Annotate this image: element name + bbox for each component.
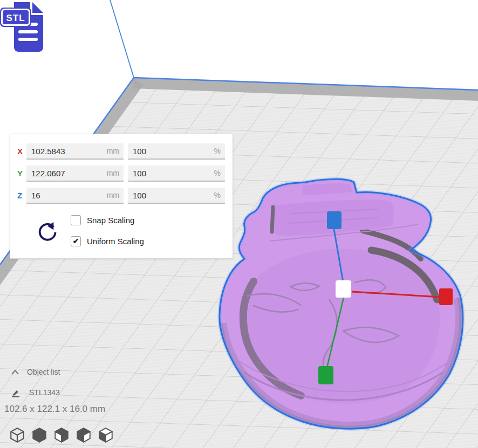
build-volume-vertical-edge	[110, 0, 134, 78]
z-percent-field: %	[128, 188, 225, 204]
view-front-icon	[31, 426, 47, 443]
z-percent-input[interactable]	[128, 188, 225, 203]
y-percent-input[interactable]	[128, 166, 225, 181]
camera-view-toolbar	[9, 426, 114, 443]
view-front-button[interactable]	[31, 426, 47, 443]
view-3d-icon	[9, 426, 25, 443]
snap-scaling-checkbox[interactable]	[71, 215, 81, 225]
z-size-field: mm	[26, 188, 124, 204]
uniform-scaling-label: Uniform Scaling	[87, 237, 144, 246]
scale-row-z: Z mm %	[10, 188, 233, 204]
uniform-scaling-row: ✔ Uniform Scaling	[71, 236, 144, 246]
pencil-icon	[11, 388, 22, 397]
y-axis-label: Y	[17, 169, 27, 178]
view-3d-button[interactable]	[9, 426, 25, 443]
object-list-label: Object list	[27, 368, 60, 376]
scale-handle-z[interactable]	[327, 211, 342, 229]
stl-file-icon[interactable]: STL	[0, 1, 50, 55]
scale-handle-y[interactable]	[318, 366, 333, 384]
x-percent-field: %	[128, 143, 225, 160]
application-window: STL X mm % Y mm % Z	[0, 0, 478, 448]
view-left-button[interactable]	[76, 426, 92, 443]
stl-badge-label: STL	[6, 13, 25, 23]
x-axis-label: X	[17, 147, 27, 156]
chevron-up-icon	[11, 369, 19, 375]
view-top-icon	[53, 426, 70, 443]
reset-scale-button[interactable]	[36, 220, 58, 244]
scale-handle-center[interactable]	[336, 280, 351, 298]
scale-row-x: X mm %	[10, 143, 233, 160]
snap-scaling-label: Snap Scaling	[87, 216, 134, 225]
object-list-item[interactable]: STL1343	[11, 388, 60, 397]
z-axis-label: Z	[17, 191, 27, 200]
x-percent-input[interactable]	[128, 143, 225, 158]
reset-arrow-icon	[36, 220, 58, 244]
x-size-field: mm	[26, 143, 124, 160]
y-size-field: mm	[26, 166, 124, 182]
y-size-input[interactable]	[26, 166, 124, 181]
uniform-scaling-checkbox[interactable]: ✔	[71, 236, 81, 246]
view-left-icon	[76, 426, 92, 443]
model-dimensions-label: 102.6 x 122.1 x 16.0 mm	[4, 404, 105, 415]
neck-recess-shadow	[272, 207, 273, 232]
object-list-header[interactable]: Object list	[11, 368, 60, 376]
view-top-button[interactable]	[53, 426, 70, 443]
scale-tool-panel: X mm % Y mm % Z mm	[10, 134, 233, 259]
y-percent-field: %	[128, 166, 225, 182]
scale-row-y: Y mm %	[10, 166, 233, 182]
snap-scaling-row: Snap Scaling	[71, 215, 134, 225]
scale-handle-x[interactable]	[439, 288, 453, 305]
view-right-icon	[98, 426, 114, 443]
folded-corner-icon	[32, 2, 43, 13]
uniform-scaling-check-glyph: ✔	[73, 237, 79, 245]
view-right-button[interactable]	[98, 426, 114, 443]
z-size-input[interactable]	[26, 188, 124, 203]
x-size-input[interactable]	[26, 143, 124, 158]
object-name: STL1343	[29, 388, 60, 397]
